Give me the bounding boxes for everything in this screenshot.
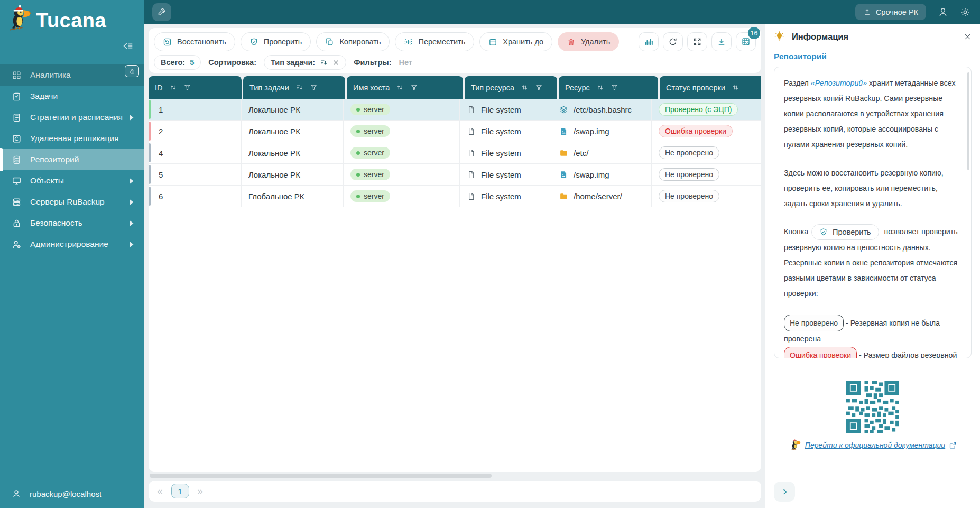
column-header-resource[interactable]: Ресурс [559, 76, 658, 99]
chart-view-button[interactable] [639, 32, 659, 51]
chevron-right-icon [126, 176, 136, 186]
profile-icon[interactable] [938, 7, 948, 17]
sidebar-item-label: Аналитика [30, 70, 71, 80]
online-dot-icon [356, 173, 360, 177]
documentation-link[interactable]: Перейти к официальной документации [805, 441, 945, 449]
copy-button[interactable]: Копировать [316, 32, 390, 51]
horizontal-scrollbar[interactable] [150, 474, 760, 478]
sidebar-collapse-icon[interactable] [121, 40, 135, 52]
column-header-hostname[interactable]: Имя хоста [347, 76, 463, 99]
cell-resource: /swap.img [574, 170, 609, 179]
vertical-scrollbar-thumb[interactable] [967, 72, 969, 170]
sidebar-item-servers[interactable]: Серверы RuBackup [0, 191, 144, 213]
sidebar-item-objects[interactable]: Объекты [0, 170, 144, 191]
restore-button[interactable]: Восстановить [154, 32, 235, 51]
table-row[interactable]: 2 Локальное РК server File system /swap.… [149, 121, 761, 142]
row-status-stripe [149, 122, 151, 141]
export-button[interactable] [711, 32, 732, 51]
lock-icon [129, 68, 135, 75]
sidebar-item-strategies[interactable]: Стратегии и расписания [0, 107, 144, 128]
cell-resource-type: File system [481, 105, 521, 114]
cell-resource: /home/server/ [574, 192, 622, 201]
clear-sort-icon[interactable] [332, 59, 339, 66]
grid-icon [12, 70, 22, 80]
document-icon [12, 113, 22, 123]
keep-until-button[interactable]: Хранить до [479, 32, 552, 51]
cell-resource-type: File system [481, 170, 521, 179]
online-dot-icon [356, 108, 360, 112]
sidebar-item-tasks[interactable]: Задачи [0, 86, 144, 107]
panel-collapse-button[interactable] [774, 482, 795, 502]
filter-funnel-icon[interactable] [535, 84, 543, 91]
sort-icon[interactable] [396, 84, 404, 91]
urgent-backup-button[interactable]: Срочное РК [855, 4, 926, 20]
keep-until-label: Хранить до [503, 38, 543, 46]
filter-funnel-icon[interactable] [310, 84, 318, 91]
scrollbar-thumb[interactable] [150, 474, 492, 478]
table-row[interactable]: 5 Локальное РК server File system /swap.… [149, 164, 761, 186]
column-header-check-status[interactable]: Статус проверки [660, 76, 761, 99]
fullscreen-button[interactable] [687, 32, 707, 51]
refresh-button[interactable] [663, 32, 683, 51]
inline-verify-button[interactable]: Проверить [811, 224, 879, 240]
verify-button[interactable]: Проверить [241, 32, 311, 51]
cell-resource-type: File system [481, 149, 521, 158]
calendar-icon [488, 38, 497, 47]
download-icon [717, 37, 726, 47]
sidebar-item-analytics[interactable]: Аналитика [0, 64, 144, 86]
sidebar-item-administration[interactable]: Администрирование [0, 234, 144, 255]
cell-resource-type: File system [481, 127, 521, 136]
sort-icon[interactable] [732, 84, 739, 91]
filter-funnel-icon[interactable] [611, 84, 618, 91]
sort-icon[interactable] [521, 84, 529, 91]
sort-active-icon[interactable] [295, 84, 303, 91]
filter-funnel-icon[interactable] [183, 84, 191, 91]
table-row[interactable]: 4 Локальное РК server File system /etc/ … [149, 142, 761, 164]
column-header-task-type[interactable]: Тип задачи [243, 76, 345, 99]
page-number-button[interactable]: 1 [171, 484, 189, 498]
row-status-stripe [149, 100, 151, 119]
cell-task-type: Локальное РК [242, 164, 344, 185]
column-label: Имя хоста [353, 84, 390, 92]
last-page-button[interactable]: » [198, 485, 204, 497]
sidebar-item-label: Удаленная репликация [30, 134, 118, 143]
sort-icon[interactable] [596, 84, 604, 91]
tasks-icon [12, 91, 22, 101]
sort-icon[interactable] [169, 84, 177, 91]
cell-resource: /etc/bash.bashrc [574, 105, 632, 114]
total-label: Всего: [161, 58, 185, 67]
table-row[interactable]: 1 Локальное РК server File system /etc/b… [149, 99, 761, 121]
image-file-icon [559, 170, 568, 179]
total-value: 5 [190, 58, 194, 67]
online-dot-icon [356, 130, 360, 133]
sidebar-item-replication[interactable]: Удаленная репликация [0, 128, 144, 149]
cell-task-type: Локальное РК [242, 99, 344, 120]
status-badge: Не проверено [659, 168, 719, 181]
current-user[interactable]: rubackup@localhost [12, 489, 101, 498]
sidebar-item-label: Задачи [30, 91, 58, 101]
app-title: Tucana [36, 10, 106, 32]
sidebar-item-label: Безопасность [30, 218, 82, 228]
settings-gear-icon[interactable] [960, 7, 970, 17]
move-button[interactable]: Переместить [395, 32, 474, 51]
column-header-resource-type[interactable]: Тип ресурса [465, 76, 557, 99]
first-page-button[interactable]: « [157, 485, 163, 497]
file-icon [467, 105, 476, 114]
column-label: Тип задачи [249, 84, 289, 92]
filter-funnel-icon[interactable] [410, 84, 418, 91]
table-row[interactable]: 6 Глобальное РК server File system /home… [149, 186, 761, 207]
table-body: 1 Локальное РК server File system /etc/b… [149, 99, 761, 472]
sidebar-item-security[interactable]: Безопасность [0, 213, 144, 234]
sort-chip[interactable]: Тип задачи: [264, 55, 346, 70]
file-icon [467, 170, 476, 179]
total-chip: Всего: 5 [154, 55, 201, 70]
documentation-link-row[interactable]: Перейти к официальной документации [774, 439, 972, 451]
delete-button[interactable]: Удалить [558, 32, 619, 51]
sidebar-item-repository[interactable]: Репозиторий [0, 149, 144, 170]
close-icon[interactable] [964, 33, 972, 41]
repository-inline-link[interactable]: «Репозиторий» [811, 79, 867, 87]
column-header-id[interactable]: ID [149, 76, 242, 99]
tools-button[interactable] [152, 3, 171, 21]
row-status-stripe [149, 143, 151, 162]
columns-settings-button[interactable]: 16 [736, 32, 756, 51]
